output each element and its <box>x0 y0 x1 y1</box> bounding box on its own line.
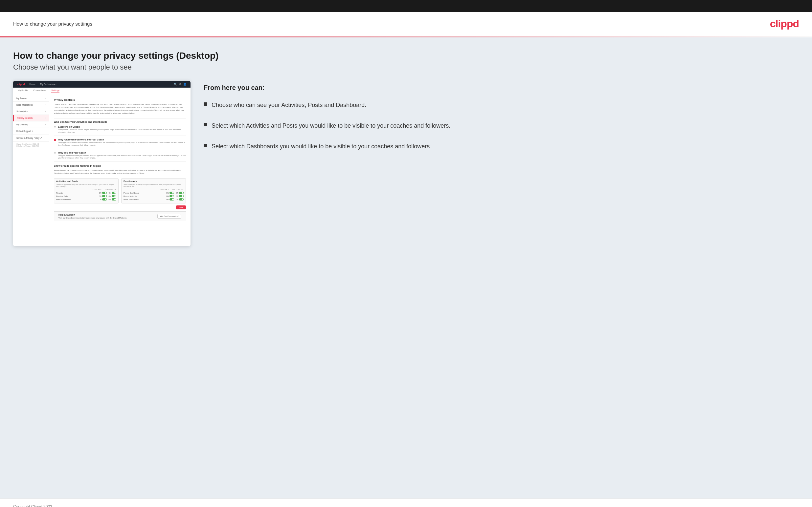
mock-app: clippd Home My Performance 🔍 ⚙ 👤 My Prof… <box>13 81 191 246</box>
rounds-followers-toggle[interactable]: ON <box>109 192 117 194</box>
settings-icon[interactable]: ⚙ <box>179 83 181 86</box>
bullet-text-2: Select which Activities and Posts you wo… <box>211 121 450 130</box>
radio-circle-everyone <box>54 126 56 128</box>
insights-followers-toggle[interactable]: ON <box>176 195 184 197</box>
content-row: clippd Home My Performance 🔍 ⚙ 👤 My Prof… <box>13 81 799 246</box>
mock-version: Clippd Client Version: 2022.8.2SQL Serve… <box>13 142 49 148</box>
mock-toggles-desc: Regardless of the privacy controls that … <box>54 169 186 175</box>
radio-circle-followers <box>54 139 56 141</box>
manual-coaches-toggle[interactable]: ON <box>99 198 107 201</box>
radio-circle-coach <box>54 152 56 154</box>
footer: Copyright Clippd 2022 <box>0 499 812 507</box>
bullet-list: Choose who can see your Activities, Post… <box>204 101 799 151</box>
work-followers-toggle[interactable]: ON <box>176 198 184 201</box>
sidebar-help[interactable]: Help & Support ↗ <box>13 128 49 135</box>
mock-toggles-section: Show or hide specific features in Clippd… <box>54 164 186 211</box>
mock-privacy-desc: Control how you and your data appears to… <box>54 103 186 115</box>
mock-nav-performance: My Performance <box>40 83 57 85</box>
sidebar-subscription[interactable]: Subscription› <box>13 108 49 115</box>
activities-box: Activities and Posts Select the types of… <box>54 178 118 204</box>
help-desc: Visit our Clippd community to troublesho… <box>58 217 127 219</box>
help-title: Help & Support <box>58 214 127 216</box>
from-here-title: From here you can: <box>204 84 799 92</box>
radio-everyone[interactable]: Everyone on Clippd Everyone on Clippd ca… <box>54 126 186 136</box>
screenshot-container: clippd Home My Performance 🔍 ⚙ 👤 My Prof… <box>13 81 191 246</box>
search-icon[interactable]: 🔍 <box>174 83 177 86</box>
mock-toggles-row: Activities and Posts Select the types of… <box>54 178 186 204</box>
subnav-profile[interactable]: My Profile <box>18 89 28 93</box>
rounds-coaches-toggle[interactable]: ON <box>99 192 107 194</box>
bullet-item-3: Select which Dashboards you would like t… <box>204 142 799 151</box>
sidebar-privacy-controls[interactable]: Privacy Controls› <box>13 115 49 121</box>
mock-body: My Account› Data Integrations› Subscript… <box>13 95 191 246</box>
bullet-square-3 <box>204 144 207 147</box>
mock-toggles-title: Show or hide specific features in Clippd <box>54 164 186 167</box>
toggle-row-what-to-work: What To Work On ON ON <box>123 198 184 201</box>
right-panel: From here you can: Choose who can see yo… <box>204 81 799 163</box>
visit-community-button[interactable]: Visit Our Community ↗ <box>157 214 181 219</box>
sidebar-my-account[interactable]: My Account› <box>13 95 49 102</box>
sidebar-golf-bag[interactable]: My Golf Bag› <box>13 121 49 128</box>
work-coaches-toggle[interactable]: ON <box>166 198 174 201</box>
bullet-text-3: Select which Dashboards you would like t… <box>211 142 431 151</box>
bullet-square-2 <box>204 123 207 126</box>
page-heading: How to change your privacy settings (Des… <box>13 51 799 61</box>
bullet-text-1: Choose who can see your Activities, Post… <box>211 101 366 110</box>
dashboards-box: Dashboards Select the types of activity … <box>121 178 186 204</box>
mock-help-bar: Help & Support Visit our Clippd communit… <box>54 211 186 221</box>
manual-followers-toggle[interactable]: ON <box>109 198 117 201</box>
mock-logo: clippd <box>17 83 25 86</box>
page-subheading: Choose what you want people to see <box>13 63 799 71</box>
save-button[interactable]: Save <box>176 206 186 209</box>
drills-coaches-toggle[interactable]: ON <box>99 195 107 197</box>
bullet-square-1 <box>204 102 207 106</box>
footer-copyright: Copyright Clippd 2022 <box>13 504 52 507</box>
user-icon[interactable]: 👤 <box>183 83 187 86</box>
mock-visibility-title: Who Can See Your Activities and Dashboar… <box>54 118 186 123</box>
mock-save-row: Save <box>54 204 186 211</box>
sidebar-privacy-policy[interactable]: Service & Privacy Policy ↗ <box>13 135 49 142</box>
toggle-row-player-dashboard: Player Dashboard ON ON <box>123 192 184 194</box>
main-content: How to change your privacy settings (Des… <box>0 38 812 499</box>
header: How to change your privacy settings clip… <box>0 12 812 37</box>
subnav-settings[interactable]: Settings <box>51 89 59 93</box>
radio-followers[interactable]: Only Approved Followers and Your Coach O… <box>54 138 186 149</box>
mock-nav-right: 🔍 ⚙ 👤 <box>174 83 187 86</box>
bullet-item-2: Select which Activities and Posts you wo… <box>204 121 799 130</box>
mock-subnav: My Profile Connections Settings <box>13 88 191 95</box>
mock-sidebar: My Account› Data Integrations› Subscript… <box>13 95 49 246</box>
bullet-item-1: Choose who can see your Activities, Post… <box>204 101 799 110</box>
toggle-row-drills: Practice Drills ON ON <box>56 195 116 197</box>
pdash-coaches-toggle[interactable]: ON <box>166 192 174 194</box>
logo: clippd <box>770 18 799 30</box>
pdash-followers-toggle[interactable]: ON <box>176 192 184 194</box>
toggle-row-round-insights: Round Insights ON ON <box>123 195 184 197</box>
mock-nav-home: Home <box>30 83 36 85</box>
header-title: How to change your privacy settings <box>13 21 92 26</box>
sidebar-data-integrations[interactable]: Data Integrations› <box>13 102 49 108</box>
toggle-row-rounds: Rounds ON ON <box>56 192 116 194</box>
mock-main: Privacy Controls Control how you and you… <box>49 95 191 246</box>
subnav-connections[interactable]: Connections <box>33 89 46 93</box>
insights-coaches-toggle[interactable]: ON <box>166 195 174 197</box>
mock-privacy-title: Privacy Controls <box>54 99 186 101</box>
drills-followers-toggle[interactable]: ON <box>109 195 117 197</box>
top-bar <box>0 0 812 12</box>
radio-coach-only[interactable]: Only You and Your Coach Only you and the… <box>54 152 186 162</box>
mock-nav: clippd Home My Performance 🔍 ⚙ 👤 <box>13 81 191 88</box>
toggle-row-manual: Manual Activities ON ON <box>56 198 116 201</box>
